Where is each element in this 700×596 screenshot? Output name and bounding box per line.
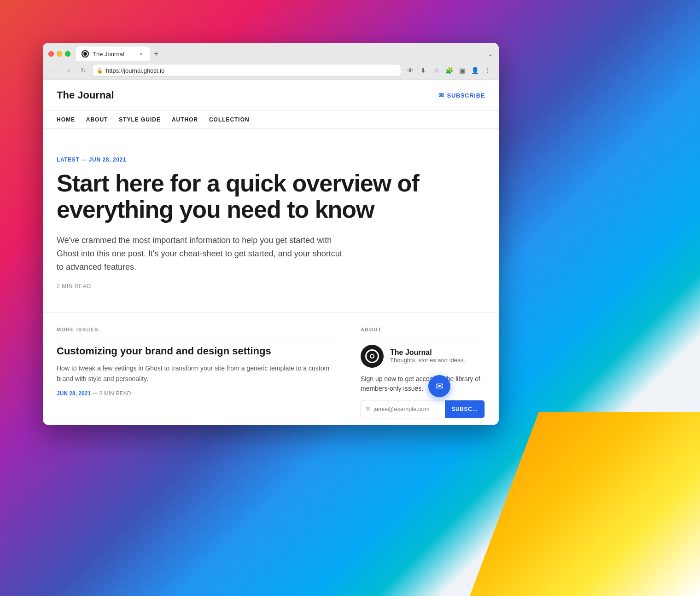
tab-bar: The Journal ✕ + ⌄: [43, 43, 499, 61]
extensions-icon[interactable]: 🧩: [443, 65, 455, 76]
about-tagline: Thoughts, stories and ideas.: [390, 357, 465, 364]
floating-subscribe-button[interactable]: ✉: [428, 375, 450, 397]
nav-item-about[interactable]: ABOUT: [86, 116, 108, 123]
close-window-button[interactable]: [48, 51, 54, 57]
more-issues-label: MORE ISSUES: [57, 327, 342, 337]
maximize-window-button[interactable]: [65, 51, 70, 57]
toolbar-icons: 👁 ⬇ ☆ 🧩 ▣ 👤 ⋮: [405, 65, 493, 76]
download-icon[interactable]: ⬇: [418, 65, 429, 76]
url-text: https://journal.ghost.io: [106, 67, 164, 74]
email-subscribe-form: ✉ SUBSC…: [361, 400, 485, 418]
lock-icon: 🔒: [97, 68, 103, 74]
profile-icon[interactable]: 👤: [469, 65, 480, 76]
nav-item-home[interactable]: HOME: [57, 116, 75, 123]
about-name: The Journal: [390, 348, 465, 357]
issue-title[interactable]: Customizing your brand and design settin…: [57, 345, 342, 358]
issue-separator: —: [92, 390, 99, 397]
tab-title: The Journal: [93, 51, 124, 58]
page-content: The Journal ✉ SUBSCRIBE HOME ABOUT STYLE…: [43, 80, 499, 425]
back-button[interactable]: ‹: [48, 65, 59, 76]
bottom-section: MORE ISSUES Customizing your brand and d…: [43, 313, 499, 425]
header-subscribe-button[interactable]: ✉ SUBSCRIBE: [438, 92, 485, 99]
issue-read-time: 3 MIN READ: [99, 390, 131, 397]
hero-title: Start here for a quick overview of every…: [57, 170, 448, 223]
site-header: The Journal ✉ SUBSCRIBE: [43, 80, 499, 111]
split-view-icon[interactable]: ▣: [456, 65, 467, 76]
menu-icon[interactable]: ⋮: [482, 65, 493, 76]
url-bar[interactable]: 🔒 https://journal.ghost.io: [93, 64, 401, 77]
about-text: Sign up now to get access to the library…: [361, 374, 485, 393]
traffic-lights: [48, 51, 70, 57]
more-issues-section: MORE ISSUES Customizing your brand and d…: [57, 327, 342, 418]
hero-description: We've crammed the most important informa…: [57, 234, 342, 273]
site-title: The Journal: [57, 89, 114, 101]
active-tab[interactable]: The Journal ✕: [76, 46, 150, 61]
hero-read-time: 2 MIN READ: [57, 283, 485, 289]
about-label: ABOUT: [361, 327, 485, 337]
about-logo-icon: [361, 345, 384, 368]
forward-button[interactable]: ›: [63, 65, 74, 76]
issue-description: How to tweak a few settings in Ghost to …: [57, 363, 342, 384]
subscribe-email-icon: ✉: [438, 92, 444, 99]
nav-item-style-guide[interactable]: STYLE GUIDE: [119, 116, 161, 123]
subscribe-label: SUBSCRIBE: [447, 92, 485, 99]
about-header: The Journal Thoughts, stories and ideas.: [361, 345, 485, 368]
tab-close-button[interactable]: ✕: [138, 51, 144, 57]
tab-expand-button[interactable]: ⌄: [488, 50, 493, 58]
tab-favicon-icon: [82, 50, 89, 58]
issue-meta: JUN 28, 2021 — 3 MIN READ: [57, 390, 342, 397]
hero-section: LATEST — JUN 28, 2021 Start here for a q…: [43, 129, 499, 313]
reload-button[interactable]: ↻: [78, 65, 89, 76]
nav-item-author[interactable]: AUTHOR: [172, 116, 198, 123]
minimize-window-button[interactable]: [57, 51, 62, 57]
email-input-wrapper: ✉: [361, 400, 445, 418]
eye-off-icon[interactable]: 👁: [405, 65, 416, 76]
email-subscribe-button[interactable]: SUBSC…: [445, 400, 484, 418]
about-info: The Journal Thoughts, stories and ideas.: [390, 348, 465, 364]
address-bar: ‹ › ↻ 🔒 https://journal.ghost.io 👁 ⬇ ☆ 🧩…: [43, 61, 499, 80]
bookmark-icon[interactable]: ☆: [431, 65, 442, 76]
issue-date: JUN 28, 2021: [57, 390, 91, 397]
about-sidebar: ABOUT The Journal Thoughts, stories and …: [361, 327, 485, 418]
hero-tag: LATEST — JUN 28, 2021: [57, 156, 485, 163]
floating-subscribe-icon: ✉: [436, 381, 443, 392]
chrome-bar: The Journal ✕ + ⌄ ‹ › ↻ 🔒 https://journa…: [43, 43, 499, 80]
new-tab-button[interactable]: +: [150, 47, 163, 60]
email-input[interactable]: [373, 405, 440, 412]
email-field-icon: ✉: [366, 405, 371, 412]
about-logo-ring: [365, 349, 379, 363]
browser-window: The Journal ✕ + ⌄ ‹ › ↻ 🔒 https://journa…: [43, 43, 499, 425]
site-nav: HOME ABOUT STYLE GUIDE AUTHOR COLLECTION: [43, 111, 499, 129]
about-logo-dot: [370, 354, 374, 359]
nav-item-collection[interactable]: COLLECTION: [209, 116, 250, 123]
